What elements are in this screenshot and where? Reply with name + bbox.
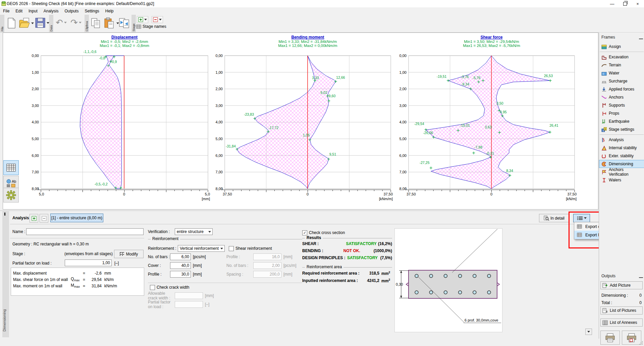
list-of-pictures-button[interactable]: List of Pictures [600, 306, 643, 314]
partial-factor-input[interactable] [65, 260, 112, 266]
compare-button[interactable] [119, 17, 130, 29]
svg-text:1,05: 1,05 [303, 133, 310, 137]
menu-item-settings[interactable]: Settings [82, 8, 102, 14]
open-dropdown-icon[interactable] [31, 22, 34, 24]
crack-input[interactable] [175, 292, 203, 299]
sidebar-item-analysis[interactable]: Analysis [599, 136, 644, 144]
check-cross-section-checkbox[interactable]: ✓ [302, 230, 307, 235]
panel-scroll-down-button[interactable] [585, 329, 592, 335]
undo-dropdown-icon[interactable] [64, 22, 67, 23]
copy-button[interactable] [91, 17, 101, 29]
restore-button[interactable] [619, 0, 631, 7]
view-settings-button[interactable] [3, 188, 19, 203]
excavation-icon [601, 55, 607, 60]
svg-text:-23,83: -23,83 [244, 112, 254, 116]
save-dropdown-icon[interactable] [47, 22, 49, 24]
menu-item-help[interactable]: Help [102, 8, 117, 14]
undo-button[interactable]: ↶ [56, 17, 67, 28]
sidebar-item-excavation[interactable]: Excavation [599, 53, 644, 61]
sidebar-item-water[interactable]: Water [599, 69, 644, 77]
sidebar-item-props[interactable]: Props [599, 109, 644, 117]
svg-text:-27,25: -27,25 [420, 161, 430, 165]
save-button[interactable] [35, 17, 49, 28]
name-input[interactable] [26, 228, 144, 235]
sidebar-item-supports[interactable]: Supports [599, 101, 644, 109]
svg-text:1,00: 1,00 [399, 70, 407, 74]
menu-item-analysis[interactable]: Analysis [41, 8, 62, 14]
sidebar-item-applied-forces[interactable]: Applied forces [599, 85, 644, 93]
svg-text:26,41: 26,41 [549, 123, 558, 127]
form-row: Partial factor on load :[–] [148, 300, 214, 309]
menu-item-file[interactable]: File [0, 8, 12, 14]
redo-button[interactable]: ↷ [70, 17, 82, 28]
reinforcement-select[interactable]: Vertical reinforcement [178, 245, 225, 252]
svg-text:1,00: 1,00 [32, 70, 39, 74]
in-detail-icon [544, 216, 549, 221]
shear-reinforcement-checkbox[interactable] [229, 246, 234, 251]
reinforcement-input[interactable]: 6,00 [170, 253, 191, 260]
sidebar-item-dimensioning[interactable]: Dimensioning [599, 160, 644, 168]
copy-icon [91, 17, 101, 29]
minimize-button[interactable]: — [606, 0, 619, 7]
close-button[interactable]: × [631, 0, 644, 7]
sidebar-item-terrain[interactable]: Terrain [599, 61, 644, 69]
redo-dropdown-icon[interactable] [79, 22, 82, 23]
crack-input[interactable] [175, 301, 203, 308]
sidebar-item-exter-stability[interactable]: Exter. stability [599, 152, 644, 160]
add-picture-button[interactable]: Add Picture [600, 281, 643, 289]
print-button[interactable] [600, 331, 620, 345]
shear-input[interactable]: 2,00 [253, 262, 281, 269]
form-row: No. of bars :6,00[pcs/m] [148, 252, 206, 261]
remove-analysis-button[interactable] [40, 214, 48, 223]
shear-input[interactable]: 200,0 [253, 271, 281, 278]
open-file-button[interactable] [19, 17, 34, 29]
sidebar-item-stage-settings[interactable]: 12Stage settings [599, 125, 644, 133]
sidebar-item-walers[interactable]: Walers [599, 176, 644, 184]
stage-names-button[interactable]: Stage names [136, 24, 166, 29]
menu-item-outputs[interactable]: Outputs [61, 8, 82, 14]
remove-stage-dropdown-icon[interactable] [159, 19, 162, 20]
panel-grip[interactable] [4, 213, 5, 216]
shear-input[interactable]: 16,0 [253, 253, 281, 260]
verification-label: Verification : [148, 229, 170, 234]
menu-item-input[interactable]: Input [25, 8, 41, 14]
menu-item-edit[interactable]: Edit [12, 8, 25, 14]
maxima-row: Max. displacement=-2,6mm [13, 270, 144, 276]
add-analysis-button[interactable] [30, 214, 38, 223]
collapse-icon[interactable] [639, 35, 643, 39]
sidebar-item-anchors[interactable]: Anchors [599, 93, 644, 101]
reinforcement-input[interactable]: 40,0 [170, 262, 191, 269]
sidebar-item-anchors-verification[interactable]: Anchors Verification [599, 168, 644, 176]
sidebar-item-earthquake[interactable]: Earthquake [599, 117, 644, 125]
remove-stage-button[interactable] [152, 16, 163, 23]
svg-text:[kN/m]: [kN/m] [566, 197, 577, 201]
walers-icon [601, 178, 607, 183]
collapse-icon[interactable] [639, 274, 643, 278]
svg-text:0: 0 [307, 192, 309, 196]
stage-names-icon [136, 24, 141, 29]
add-stage-dropdown-icon[interactable] [144, 19, 147, 20]
view-table-button[interactable] [3, 160, 19, 175]
reinforcement-label: Reinforcement : [148, 246, 176, 251]
svg-text:7,00: 7,00 [32, 170, 39, 174]
sidebar-item-internal-stability[interactable]: Internal stability [599, 144, 644, 152]
area-row: Required reinforcement area :318,5mm2 [302, 270, 392, 277]
sidebar-item-surcharge[interactable]: Surcharge [599, 77, 644, 85]
verification-select[interactable]: entire structure [175, 228, 213, 235]
add-stage-button[interactable] [137, 16, 148, 23]
check-crack-width-checkbox[interactable] [150, 285, 155, 290]
sidebar-item-assign[interactable]: Assign [599, 43, 644, 51]
svg-text:Min1 = -0,5; Min2 = -2,6mm: Min1 = -0,5; Min2 = -2,6mm [101, 40, 148, 44]
paste-button[interactable] [104, 17, 119, 29]
svg-text:0,00: 0,00 [399, 54, 407, 58]
new-file-button[interactable] [7, 17, 16, 29]
resize-grip[interactable] [639, 341, 643, 345]
menu-bar: FileEditInputAnalysisOutputsSettingsHelp [0, 7, 644, 15]
modify-button[interactable]: Modify [114, 250, 144, 258]
assign-icon [601, 44, 607, 49]
analysis-tab[interactable]: [1] - entire structure (8,00 m) [50, 214, 103, 222]
export-dropdown-button[interactable] [573, 214, 590, 222]
reinforcement-input[interactable]: 30,0 [170, 271, 191, 278]
list-of-annexes-button[interactable]: List of Annexes [600, 319, 643, 327]
in-detail-button[interactable]: In detail [539, 214, 569, 222]
